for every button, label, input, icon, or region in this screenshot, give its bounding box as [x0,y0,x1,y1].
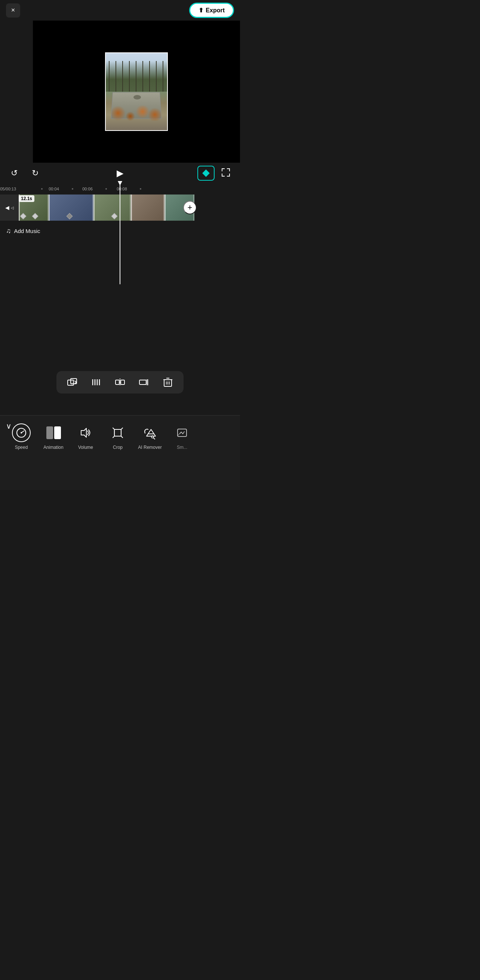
svg-line-39 [153,438,155,439]
video-frame [105,52,168,131]
clip-3[interactable] [94,194,131,221]
volume-tool[interactable]: Volume [70,421,102,452]
bottom-tools-list: Speed Animation Volume [0,415,240,490]
animation-label: Animation [43,445,63,450]
current-time: 00:05/00:13 [0,187,16,191]
svg-marker-31 [81,428,86,437]
crop-label: Crop [113,445,122,450]
volume-icon-wrap [76,423,95,442]
bottom-toolbar: ∨ Speed [0,415,240,490]
svg-line-36 [121,428,122,430]
delete-button[interactable] [160,374,176,390]
svg-rect-15 [116,380,119,385]
ai-remover-icon [143,426,157,440]
svg-line-35 [113,436,114,438]
ruler-dot-1 [41,188,43,189]
diamond-3 [67,213,73,220]
ruler-time-1: 00:04 [49,187,59,191]
timeline-edit-toolbar [56,371,184,393]
collapse-arrow[interactable]: ∨ [6,422,11,431]
ruler-dot-4 [140,188,141,189]
delete-icon [163,377,173,388]
ruler-dot-3 [105,188,107,189]
video-preview [33,21,240,163]
diamond-4 [111,213,118,220]
trim-end-icon [139,377,149,388]
svg-point-30 [19,429,20,430]
clip-2[interactable] [49,194,94,221]
svg-rect-5 [222,173,223,177]
trim-end-button[interactable] [136,374,152,390]
export-button[interactable]: ⬆ Export [189,3,234,18]
nav-arrow-small: ◁ [11,206,14,210]
track-duration: 12.1s [19,195,34,202]
speed-icon-wrap [11,423,31,442]
overlay-icon [67,377,77,388]
keyframe-button[interactable] [197,166,215,181]
export-label: Export [206,7,225,14]
track-nav-left[interactable]: ◀ ◁ [0,194,19,221]
split-icon [115,377,125,388]
add-music-label: Add Music [14,228,40,234]
smart-cutout-icon [175,426,189,439]
svg-rect-7 [229,173,230,177]
ai-remover-label: AI Remover [138,445,162,450]
undo-button[interactable]: ↺ [8,167,21,180]
split-at-head-icon [91,377,101,388]
ai-remover-tool[interactable]: AI Remover [134,421,166,452]
smart-cutout-icon-wrap [172,423,192,442]
split-button[interactable] [112,374,128,390]
svg-line-33 [113,428,114,430]
music-icon: ♫ [6,227,11,235]
svg-rect-32 [114,430,121,436]
fullscreen-button[interactable] [219,166,232,179]
svg-rect-16 [121,380,124,385]
keyframe-diamond-icon [202,169,210,177]
playback-controls: ↺ ↻ ▶ [0,163,240,183]
svg-line-34 [121,436,122,438]
smart-cutout-label: Sm... [177,445,187,450]
split-at-head-button[interactable] [88,374,104,390]
ruler-time-3: 00:08 [117,187,127,191]
volume-label: Volume [78,445,93,450]
ai-remover-icon-wrap [140,423,160,442]
fullscreen-icon [221,167,230,177]
ruler-dot-2 [72,188,73,189]
overlay-tool-button[interactable] [64,374,80,390]
svg-rect-1 [222,168,223,171]
nav-arrow-left: ◀ [5,205,10,211]
crop-icon-wrap [108,423,127,442]
crop-tool[interactable]: Crop [102,421,134,452]
clip-4[interactable] [131,194,164,221]
add-clip-area: + [194,194,200,221]
add-clip-button[interactable]: + [183,201,197,214]
diamond-2 [32,213,38,220]
svg-point-29 [21,432,22,434]
close-button[interactable]: × [6,3,20,18]
ruler-time-2: 00:06 [82,187,93,191]
animation-tool[interactable]: Animation [37,421,70,452]
speed-icon [12,423,31,442]
animation-icon-wrap [44,423,63,442]
speed-svg [16,427,27,438]
smart-cutout-tool[interactable]: Sm... [166,421,198,452]
svg-rect-18 [140,380,146,385]
speed-label: Speed [15,445,28,450]
volume-icon [79,426,92,439]
crop-icon [111,426,124,439]
header: × ⬆ Export [0,0,240,21]
track-clips: + [19,194,240,221]
svg-rect-3 [229,168,230,171]
timeline-playhead [120,183,120,284]
diamond-1 [20,213,27,220]
redo-button[interactable]: ↻ [29,167,42,180]
export-icon: ⬆ [199,7,203,14]
play-button[interactable]: ▶ [113,167,127,180]
animation-icon [44,423,63,442]
